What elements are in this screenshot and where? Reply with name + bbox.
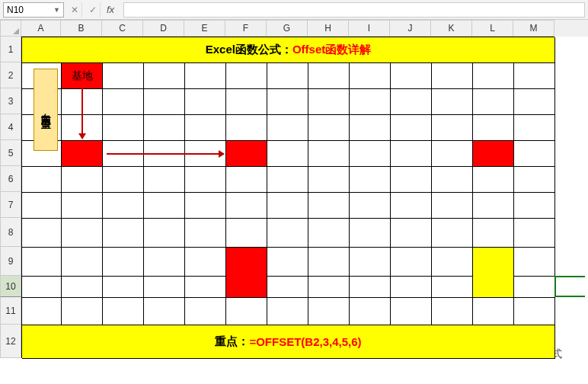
cell-F8[interactable] <box>226 219 267 248</box>
cell-F9[interactable] <box>226 248 267 298</box>
cell-I5[interactable] <box>350 141 391 167</box>
cell-E3[interactable] <box>185 89 226 115</box>
cell-I9[interactable] <box>350 248 391 277</box>
cell-G10[interactable] <box>267 277 308 298</box>
cell-J9[interactable] <box>391 248 432 277</box>
cell-D8[interactable] <box>144 219 185 248</box>
cell-A8[interactable] <box>22 219 62 248</box>
col-header-C[interactable]: C <box>102 20 143 37</box>
cell-I6[interactable] <box>350 167 391 193</box>
cell-K6[interactable] <box>432 167 473 193</box>
cell-I4[interactable] <box>350 115 391 141</box>
cell-B10[interactable] <box>62 277 103 298</box>
cell-grid[interactable]: Excel函数公式：Offset函数详解基地重点：=OFFSET(B2,3,4,… <box>21 37 554 358</box>
cell-C9[interactable] <box>103 248 144 277</box>
formula-bar[interactable] <box>123 2 585 18</box>
cell-E2[interactable] <box>185 63 226 89</box>
cell-D9[interactable] <box>144 248 185 277</box>
row-header-10[interactable]: 10 <box>0 276 21 297</box>
cell-F3[interactable] <box>226 89 267 115</box>
cell-K5[interactable] <box>432 141 473 167</box>
cancel-icon[interactable]: ✕ <box>67 2 82 18</box>
cell-L11[interactable] <box>473 298 514 325</box>
cell-A1[interactable]: Excel函数公式：Offset函数详解 <box>22 37 555 63</box>
cell-D10[interactable] <box>144 277 185 298</box>
cell-G4[interactable] <box>267 115 308 141</box>
cell-G6[interactable] <box>267 167 308 193</box>
cell-J7[interactable] <box>391 193 432 219</box>
cell-H8[interactable] <box>308 219 350 248</box>
cell-E9[interactable] <box>185 248 226 277</box>
col-header-B[interactable]: B <box>61 20 102 37</box>
cell-C10[interactable] <box>103 277 144 298</box>
cell-B9[interactable] <box>62 248 103 277</box>
cell-M4[interactable] <box>514 115 555 141</box>
cell-K10[interactable] <box>432 277 473 298</box>
cell-C6[interactable] <box>103 167 144 193</box>
cell-F7[interactable] <box>226 193 267 219</box>
cell-E11[interactable] <box>185 298 226 325</box>
cell-H11[interactable] <box>308 298 350 325</box>
cell-G7[interactable] <box>267 193 308 219</box>
cell-I3[interactable] <box>350 89 391 115</box>
col-header-A[interactable]: A <box>21 20 61 37</box>
cell-F6[interactable] <box>226 167 267 193</box>
col-header-H[interactable]: H <box>308 20 349 37</box>
cell-M3[interactable] <box>514 89 555 115</box>
cell-J2[interactable] <box>391 63 432 89</box>
cell-A9[interactable] <box>22 248 62 277</box>
cell-G8[interactable] <box>267 219 308 248</box>
cell-B5[interactable] <box>62 141 103 167</box>
cell-F2[interactable] <box>226 63 267 89</box>
cell-L2[interactable] <box>473 63 514 89</box>
cell-J11[interactable] <box>391 298 432 325</box>
row-header-1[interactable]: 1 <box>0 37 21 62</box>
cell-E8[interactable] <box>185 219 226 248</box>
cell-L6[interactable] <box>473 167 514 193</box>
cell-D7[interactable] <box>144 193 185 219</box>
cell-H2[interactable] <box>308 63 350 89</box>
cell-L9[interactable] <box>473 248 514 298</box>
cell-E4[interactable] <box>185 115 226 141</box>
cell-I8[interactable] <box>350 219 391 248</box>
col-header-L[interactable]: L <box>472 20 513 37</box>
cell-J6[interactable] <box>391 167 432 193</box>
cell-A11[interactable] <box>22 298 62 325</box>
cell-G11[interactable] <box>267 298 308 325</box>
cell-M11[interactable] <box>514 298 555 325</box>
cell-M10[interactable] <box>514 277 555 298</box>
cell-M6[interactable] <box>514 167 555 193</box>
col-header-D[interactable]: D <box>143 20 184 37</box>
row-header-5[interactable]: 5 <box>0 140 21 166</box>
cell-H6[interactable] <box>308 167 350 193</box>
cell-C11[interactable] <box>103 298 144 325</box>
cell-K11[interactable] <box>432 298 473 325</box>
cell-A7[interactable] <box>22 193 62 219</box>
cell-G9[interactable] <box>267 248 308 277</box>
row-header-3[interactable]: 3 <box>0 88 21 114</box>
cell-K4[interactable] <box>432 115 473 141</box>
cell-H9[interactable] <box>308 248 350 277</box>
cell-H7[interactable] <box>308 193 350 219</box>
cell-C4[interactable] <box>103 115 144 141</box>
cell-D11[interactable] <box>144 298 185 325</box>
cell-E6[interactable] <box>185 167 226 193</box>
cell-J10[interactable] <box>391 277 432 298</box>
row-header-8[interactable]: 8 <box>0 218 21 247</box>
col-header-F[interactable]: F <box>225 20 267 37</box>
col-header-M[interactable]: M <box>513 20 554 37</box>
cell-M7[interactable] <box>514 193 555 219</box>
cell-I10[interactable] <box>350 277 391 298</box>
accept-icon[interactable]: ✓ <box>85 2 101 18</box>
cell-H4[interactable] <box>308 115 350 141</box>
cell-L3[interactable] <box>473 89 514 115</box>
select-all-corner[interactable] <box>0 20 21 37</box>
cell-I11[interactable] <box>350 298 391 325</box>
cell-B2[interactable]: 基地 <box>62 63 103 89</box>
row-header-7[interactable]: 7 <box>0 192 21 218</box>
name-box[interactable]: N10 ▼ <box>3 2 64 18</box>
cell-F4[interactable] <box>226 115 267 141</box>
cell-G3[interactable] <box>267 89 308 115</box>
cell-G2[interactable] <box>267 63 308 89</box>
cell-C8[interactable] <box>103 219 144 248</box>
